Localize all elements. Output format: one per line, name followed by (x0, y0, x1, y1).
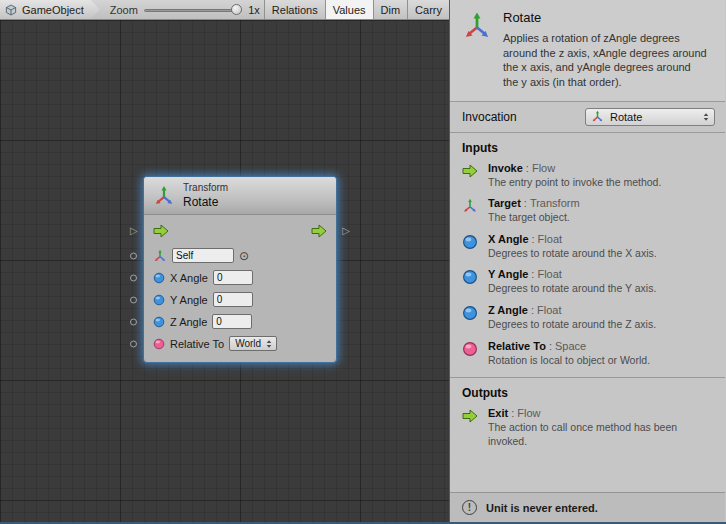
y-angle-input[interactable] (213, 292, 253, 307)
output-entry-exit: Exit:Flow The action to call once method… (462, 407, 717, 448)
inputs-section-header: Inputs (450, 133, 725, 161)
sidebar-spacer (450, 459, 725, 492)
y-angle-row: Y Angle (153, 291, 327, 309)
outputs-section-header: Outputs (450, 378, 725, 406)
float-icon (153, 316, 165, 328)
entry-description: The action to call once method has been … (488, 421, 703, 448)
breadcrumb[interactable]: GameObject (0, 0, 100, 19)
zoom-label: Zoom (110, 4, 138, 16)
entry-type: Flow (517, 407, 540, 419)
dropdown-arrows-icon (703, 112, 709, 122)
relations-button[interactable]: Relations (264, 0, 325, 19)
node-title: Transform (183, 182, 228, 195)
target-port[interactable] (130, 252, 137, 259)
port-circle-icon (130, 340, 137, 347)
relative-to-dropdown[interactable]: World (229, 336, 277, 351)
invoke-flow-port[interactable] (153, 224, 169, 238)
entry-title: X Angle:Float (488, 233, 703, 245)
relative-to-value: World (235, 338, 261, 349)
input-entry-relative-to: Relative To:Space Rotation is local to o… (462, 340, 717, 368)
port-circle-icon (130, 318, 137, 325)
z-angle-port[interactable] (130, 318, 137, 325)
object-picker-icon[interactable]: ⊙ (239, 250, 249, 262)
dim-button[interactable]: Dim (373, 0, 408, 19)
invocation-row: Invocation Rotate (450, 102, 725, 133)
entry-text: X Angle:Float Degrees to rotate around t… (488, 233, 703, 261)
port-triangle-icon: ▷ (130, 226, 138, 236)
entry-separator: : (531, 268, 534, 280)
node-subtitle: Rotate (183, 195, 228, 210)
entry-title: Target:Transform (488, 197, 703, 209)
gameobject-cube-icon (5, 4, 17, 16)
float-icon (153, 272, 165, 284)
invocation-dropdown[interactable]: Rotate (585, 108, 715, 126)
entry-separator: : (532, 233, 535, 245)
warning-text: Unit is never entered. (486, 502, 598, 514)
transform-icon (462, 11, 492, 41)
flow-arrow-icon (462, 163, 478, 179)
x-angle-input[interactable] (213, 270, 253, 285)
entry-type: Flow (532, 162, 555, 174)
entry-name: Z Angle (488, 304, 528, 316)
entry-title: Z Angle:Float (488, 304, 703, 316)
node-header[interactable]: Transform Rotate (144, 177, 336, 215)
entry-separator: : (524, 197, 527, 209)
entry-name: X Angle (488, 233, 529, 245)
node-body: ▷ ▷ (144, 215, 336, 362)
zoom-slider[interactable] (144, 3, 242, 17)
exit-flow-port[interactable] (311, 224, 327, 238)
entry-text: Y Angle:Float Degrees to rotate around t… (488, 268, 703, 296)
input-entry-target: Target:Transform The target object. (462, 197, 717, 225)
entry-description: Rotation is local to object or World. (488, 354, 703, 368)
entry-name: Invoke (488, 162, 523, 174)
transform-icon (153, 185, 175, 207)
flow-input-port[interactable]: ▷ (130, 226, 138, 236)
entry-description: The entry point to invoke the method. (488, 176, 703, 190)
invocation-label: Invocation (462, 110, 517, 124)
port-circle-icon (130, 296, 137, 303)
z-angle-row: Z Angle (153, 313, 327, 331)
transform-rotate-node[interactable]: Transform Rotate ▷ ▷ (143, 176, 337, 363)
y-angle-label: Y Angle (170, 294, 208, 306)
entry-type: Space (555, 340, 586, 352)
port-circle-icon (130, 252, 137, 259)
warning-bar: ! Unit is never entered. (450, 492, 725, 522)
graph-canvas[interactable]: Transform Rotate ▷ ▷ (0, 20, 449, 522)
y-angle-port[interactable] (130, 296, 137, 303)
entry-title: Y Angle:Float (488, 268, 703, 280)
inspector-panel: Rotate Applies a rotation of zAngle degr… (450, 0, 725, 522)
float-icon (462, 269, 478, 285)
warning-icon: ! (462, 500, 477, 515)
flow-output-port[interactable]: ▷ (342, 226, 350, 236)
entry-separator: : (549, 340, 552, 352)
entry-description: Degrees to rotate around the Z axis. (488, 318, 703, 332)
self-object-field[interactable] (172, 248, 234, 263)
carry-button[interactable]: Carry (407, 0, 449, 19)
entry-text: Invoke:Flow The entry point to invoke th… (488, 162, 703, 190)
outputs-section: Outputs Exit:Flow The action to call onc… (450, 377, 725, 458)
float-icon (462, 305, 478, 321)
entry-type: Float (537, 304, 561, 316)
x-angle-port[interactable] (130, 274, 137, 281)
zoom-slider-track[interactable] (144, 9, 242, 12)
values-button[interactable]: Values (325, 0, 373, 19)
flow-row: ▷ ▷ (153, 222, 327, 241)
relative-to-port[interactable] (130, 340, 137, 347)
entry-title: Invoke:Flow (488, 162, 703, 174)
self-row: ⊙ (153, 247, 327, 265)
entry-description: Degrees to rotate around the Y axis. (488, 282, 703, 296)
entry-title: Relative To:Space (488, 340, 703, 352)
entry-title: Exit:Flow (488, 407, 703, 419)
entry-text: Exit:Flow The action to call once method… (488, 407, 703, 448)
input-entry-y-angle: Y Angle:Float Degrees to rotate around t… (462, 268, 717, 296)
entry-separator: : (511, 407, 514, 419)
entry-type: Float (537, 268, 561, 280)
entry-name: Y Angle (488, 268, 528, 280)
transform-icon (462, 198, 478, 214)
bolt-graph-window: GameObject Zoom 1x Relations Values Dim … (0, 0, 726, 524)
zoom-slider-handle[interactable] (231, 4, 242, 15)
z-angle-input[interactable] (212, 314, 252, 329)
outputs-list: Exit:Flow The action to call once method… (450, 406, 725, 458)
inspector-header: Rotate Applies a rotation of zAngle degr… (450, 0, 725, 102)
entry-name: Target (488, 197, 521, 209)
